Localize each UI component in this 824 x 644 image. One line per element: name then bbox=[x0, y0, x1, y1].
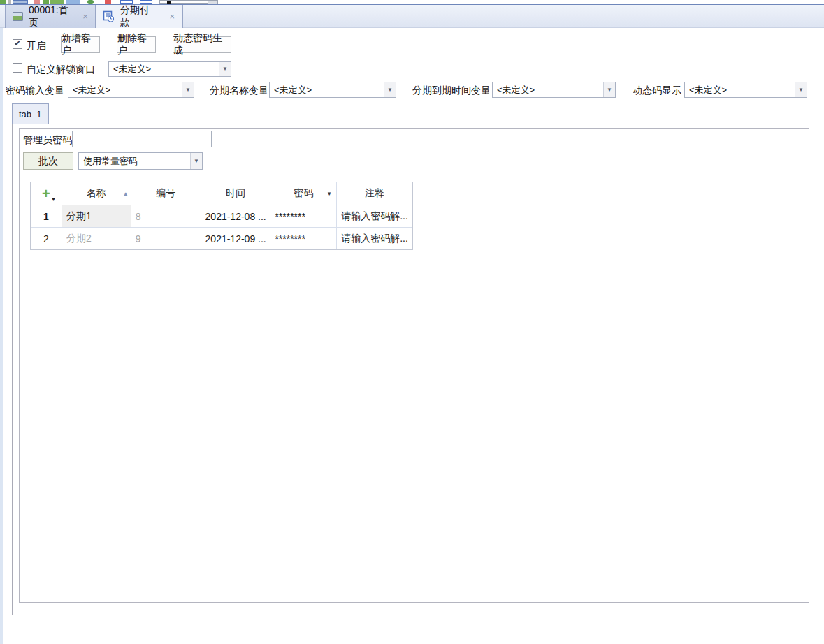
password-cell[interactable]: ******** bbox=[270, 228, 337, 249]
password-cell[interactable]: ******** bbox=[270, 205, 337, 227]
delete-customer-button[interactable]: 删除客户 bbox=[117, 36, 156, 53]
sort-asc-icon[interactable]: ▲ bbox=[123, 191, 129, 197]
column-header-label: 编号 bbox=[156, 187, 175, 200]
batch-button[interactable]: 批次 bbox=[23, 152, 73, 170]
note-cell[interactable]: 请输入密码解... bbox=[337, 228, 412, 249]
table-header-row: + ▼ 名称 ▲ 编号 时间 密码 ▼ 注释 bbox=[31, 182, 412, 205]
due-time-var-label: 分期到期时间变量 bbox=[412, 85, 491, 97]
tab-tab1[interactable]: tab_1 bbox=[12, 103, 49, 124]
custom-unlock-select[interactable]: <未定义> ▼ bbox=[108, 61, 231, 77]
custom-unlock-checkbox[interactable] bbox=[13, 63, 22, 73]
dynamic-password-button[interactable]: 动态密码生成 bbox=[173, 36, 231, 53]
add-row-header-cell[interactable]: + ▼ bbox=[31, 182, 62, 205]
dynamic-code-label: 动态码显示 bbox=[633, 85, 681, 97]
combo-value: <未定义> bbox=[274, 84, 312, 96]
dynamic-code-select[interactable]: <未定义> ▼ bbox=[684, 82, 807, 98]
column-header-name[interactable]: 名称 ▲ bbox=[62, 182, 131, 205]
tab-installment[interactable]: 分期付款 × bbox=[96, 5, 183, 28]
chevron-down-icon[interactable]: ▼ bbox=[384, 82, 396, 97]
document-tab-bar: 00001:首页 × 分期付款 × bbox=[0, 4, 824, 28]
chevron-down-icon[interactable]: ▼ bbox=[603, 82, 615, 97]
period-name-var-select[interactable]: <未定义> ▼ bbox=[269, 82, 396, 98]
tab-label: 分期付款 bbox=[120, 4, 158, 29]
column-header-time[interactable]: 时间 bbox=[201, 182, 271, 205]
combo-value: <未定义> bbox=[497, 84, 535, 96]
column-header-label: 注释 bbox=[365, 187, 384, 200]
table-row[interactable]: 2 分期2 9 2021-12-09 ... ******** 请输入密码解..… bbox=[31, 228, 412, 249]
enable-checkbox[interactable] bbox=[13, 39, 22, 49]
column-header-label: 时间 bbox=[226, 187, 245, 200]
chevron-down-icon[interactable]: ▼ bbox=[219, 62, 231, 76]
combo-value: <未定义> bbox=[113, 63, 151, 75]
column-header-label: 名称 bbox=[87, 187, 106, 200]
combo-value: 使用常量密码 bbox=[83, 155, 138, 168]
close-icon[interactable]: × bbox=[168, 11, 177, 22]
password-mode-select[interactable]: 使用常量密码 ▼ bbox=[78, 152, 203, 170]
enable-checkbox-label: 开启 bbox=[27, 40, 46, 52]
password-var-select[interactable]: <未定义> ▼ bbox=[68, 82, 194, 98]
chevron-down-icon[interactable]: ▼ bbox=[190, 153, 202, 169]
column-header-note[interactable]: 注释 bbox=[337, 182, 412, 205]
name-cell[interactable]: 分期1 bbox=[62, 205, 131, 227]
time-cell[interactable]: 2021-12-09 ... bbox=[201, 228, 271, 249]
combo-value: <未定义> bbox=[73, 84, 110, 96]
custom-unlock-label: 自定义解锁窗口 bbox=[27, 64, 95, 76]
number-cell[interactable]: 8 bbox=[131, 205, 201, 227]
form-clock-icon bbox=[103, 10, 115, 22]
tab-label: 00001:首页 bbox=[29, 4, 71, 29]
column-header-label: 密码 bbox=[294, 187, 313, 200]
add-row-icon[interactable]: + bbox=[42, 186, 50, 200]
window-edge-strip bbox=[0, 28, 3, 644]
chevron-down-icon[interactable]: ▼ bbox=[182, 82, 194, 97]
app-window: 00001:首页 × 分期付款 × 开启 新增客户 删除客户 动态密码生成 自定… bbox=[0, 0, 824, 644]
table-row[interactable]: 1 分期1 8 2021-12-08 ... ******** 请输入密码解..… bbox=[31, 205, 412, 228]
admin-password-input[interactable] bbox=[72, 131, 212, 147]
note-cell[interactable]: 请输入密码解... bbox=[337, 205, 412, 227]
period-name-var-label: 分期名称变量 bbox=[210, 85, 268, 97]
tab-home[interactable]: 00001:首页 × bbox=[5, 5, 96, 28]
chevron-down-icon[interactable]: ▼ bbox=[795, 82, 807, 97]
image-icon bbox=[13, 12, 23, 21]
row-index-cell[interactable]: 2 bbox=[31, 228, 62, 249]
close-icon[interactable]: × bbox=[81, 11, 89, 22]
column-header-number[interactable]: 编号 bbox=[131, 182, 201, 205]
combo-value: <未定义> bbox=[689, 84, 727, 96]
time-cell[interactable]: 2021-12-08 ... bbox=[201, 205, 271, 227]
column-header-password[interactable]: 密码 ▼ bbox=[270, 182, 337, 205]
add-row-menu-icon[interactable]: ▼ bbox=[51, 197, 56, 202]
row-index-cell[interactable]: 1 bbox=[31, 205, 62, 227]
add-customer-button[interactable]: 新增客户 bbox=[61, 36, 100, 53]
password-var-label: 密码输入变量 bbox=[6, 85, 64, 97]
number-cell[interactable]: 9 bbox=[131, 228, 201, 249]
due-time-var-select[interactable]: <未定义> ▼ bbox=[492, 82, 616, 98]
admin-password-label: 管理员密码 bbox=[23, 134, 72, 147]
column-menu-icon[interactable]: ▼ bbox=[326, 191, 332, 197]
installments-table: + ▼ 名称 ▲ 编号 时间 密码 ▼ 注释 1 分 bbox=[30, 182, 413, 250]
name-cell[interactable]: 分期2 bbox=[62, 228, 131, 249]
